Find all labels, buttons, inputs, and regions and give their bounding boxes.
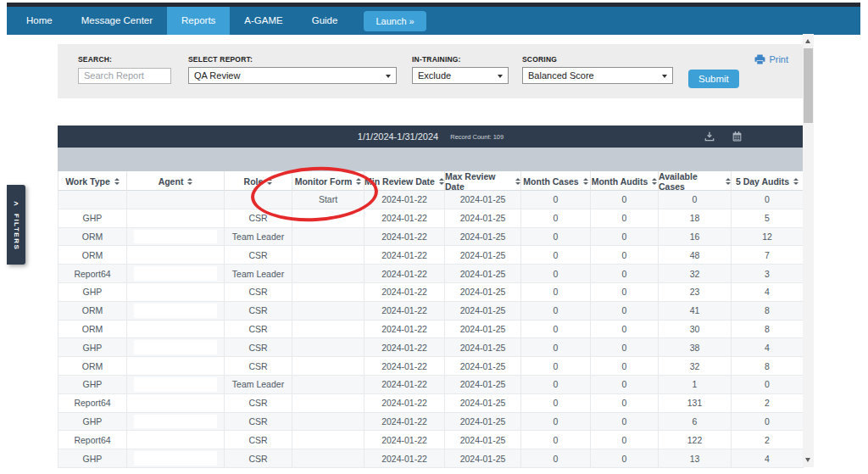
table-row: GHPCSR2024-01-222024-01-2500185 <box>58 209 804 228</box>
column-header-month-audits[interactable]: Month Audits <box>591 171 659 192</box>
column-header-max-review-date[interactable]: Max Review Date <box>445 171 521 192</box>
table-cell: CSR <box>225 357 292 375</box>
search-input[interactable] <box>78 68 171 84</box>
table-cell: GHP <box>58 376 127 393</box>
table-cell: ORM <box>58 321 127 338</box>
table-top-strip <box>58 148 804 171</box>
column-label: Agent <box>159 176 184 187</box>
table-cell <box>292 431 364 449</box>
sort-icon <box>114 178 120 185</box>
sort-icon <box>583 178 588 185</box>
scrollbar-thumb[interactable] <box>804 48 813 123</box>
table-cell: 0 <box>659 191 732 209</box>
table-row: Start2024-01-222024-01-250000 <box>58 191 804 209</box>
table-cell: 0 <box>521 283 591 301</box>
table-cell: 6 <box>659 413 732 431</box>
scroll-up-icon[interactable] <box>805 39 810 43</box>
scoring-value: Balanced Score <box>528 70 594 81</box>
table-cell: 0 <box>521 394 591 412</box>
sort-icon <box>793 178 798 185</box>
sort-icon <box>267 178 272 185</box>
column-header-role[interactable]: Role <box>225 171 292 192</box>
nav-item-message-center[interactable]: Message Center <box>67 7 167 35</box>
table-cell: 32 <box>659 357 732 375</box>
table-cell: Report64 <box>58 431 127 449</box>
table-cell: 2024-01-25 <box>445 431 521 449</box>
table-cell: GHP <box>58 338 127 356</box>
column-header-work-type[interactable]: Work Type <box>58 171 127 192</box>
redacted-agent-name <box>134 304 217 318</box>
scroll-down-icon[interactable] <box>805 458 810 462</box>
table-cell: 18 <box>659 209 732 227</box>
calendar-icon[interactable] <box>732 131 743 142</box>
table-cell <box>127 246 225 264</box>
table-cell: GHP <box>58 209 127 227</box>
table-cell: 4 <box>732 283 804 301</box>
table-cell: 0 <box>521 376 591 393</box>
nav-item-guide[interactable]: Guide <box>298 7 353 35</box>
table-cell: 0 <box>591 191 659 209</box>
column-header-available-cases[interactable]: Available Cases <box>659 171 732 192</box>
table-cell: CSR <box>225 283 292 301</box>
table-cell <box>127 321 225 338</box>
table-cell: 2024-01-22 <box>364 228 445 246</box>
table-cell: 5 <box>732 209 804 227</box>
report-header-bar: 1/1/2024-1/31/2024 Record Count: 109 <box>58 125 804 148</box>
table-cell: 0 <box>591 283 659 301</box>
print-label: Print <box>769 54 788 64</box>
column-header-monitor-form[interactable]: Monitor Form <box>292 171 364 192</box>
print-link[interactable]: Print <box>754 54 788 64</box>
select-report-dropdown[interactable]: QA Review <box>188 67 397 84</box>
table-cell: 2 <box>732 431 804 449</box>
table-cell: 131 <box>659 394 732 412</box>
table-cell: 8 <box>732 357 804 375</box>
table-cell <box>292 246 364 264</box>
column-header-min-review-date[interactable]: Min Review Date <box>364 171 445 192</box>
launch-button[interactable]: Launch » <box>364 11 426 31</box>
top-navbar: HomeMessage CenterReportsA-GAMEGuide Lau… <box>7 7 860 35</box>
column-header-agent[interactable]: Agent <box>127 171 225 192</box>
scoring-group: SCORING Balanced Score <box>522 55 673 84</box>
table-cell <box>292 394 364 412</box>
table-cell <box>127 394 225 412</box>
table-cell: 2024-01-22 <box>364 449 445 467</box>
table-cell <box>292 321 364 338</box>
nav-item-reports[interactable]: Reports <box>167 7 230 35</box>
table-cell <box>292 265 364 282</box>
chevron-down-icon <box>662 75 667 78</box>
table-cell: 1 <box>659 376 732 393</box>
select-report-value: QA Review <box>194 70 240 81</box>
table-cell: 16 <box>659 228 732 246</box>
table-cell: 0 <box>521 228 591 246</box>
nav-item-home[interactable]: Home <box>12 7 67 35</box>
table-cell: 2024-01-22 <box>364 413 445 431</box>
table-cell: 2024-01-25 <box>445 228 521 246</box>
in-training-value: Exclude <box>418 70 451 81</box>
table-cell: 4 <box>732 449 804 467</box>
table-cell: CSR <box>225 246 292 264</box>
search-group: SEARCH: <box>78 55 171 84</box>
filters-side-tab[interactable]: > FILTERS <box>7 185 25 265</box>
table-cell: 3 <box>732 265 804 282</box>
in-training-dropdown[interactable]: Exclude <box>412 67 509 84</box>
nav-item-a-game[interactable]: A-GAME <box>230 7 297 35</box>
table-cell: 2024-01-22 <box>364 321 445 338</box>
redacted-agent-name <box>134 451 217 466</box>
search-label: SEARCH: <box>78 55 171 64</box>
scoring-dropdown[interactable]: Balanced Score <box>522 67 673 84</box>
table-cell: 48 <box>659 246 732 264</box>
table-cell: 0 <box>591 357 659 375</box>
table-cell: 4 <box>732 338 804 356</box>
table-cell: 0 <box>591 302 659 320</box>
column-header-5-day-audits[interactable]: 5 Day Audits <box>732 171 804 192</box>
table-cell: 2024-01-22 <box>364 431 445 449</box>
table-cell: 0 <box>732 191 804 209</box>
download-icon[interactable] <box>704 131 715 142</box>
sort-icon <box>439 178 444 185</box>
table-cell: Team Leader <box>225 265 292 282</box>
submit-button[interactable]: Submit <box>688 70 739 88</box>
vertical-scrollbar[interactable] <box>803 34 814 467</box>
chevron-down-icon <box>386 75 391 78</box>
column-header-month-cases[interactable]: Month Cases <box>521 171 591 192</box>
table-cell: 0 <box>521 246 591 264</box>
